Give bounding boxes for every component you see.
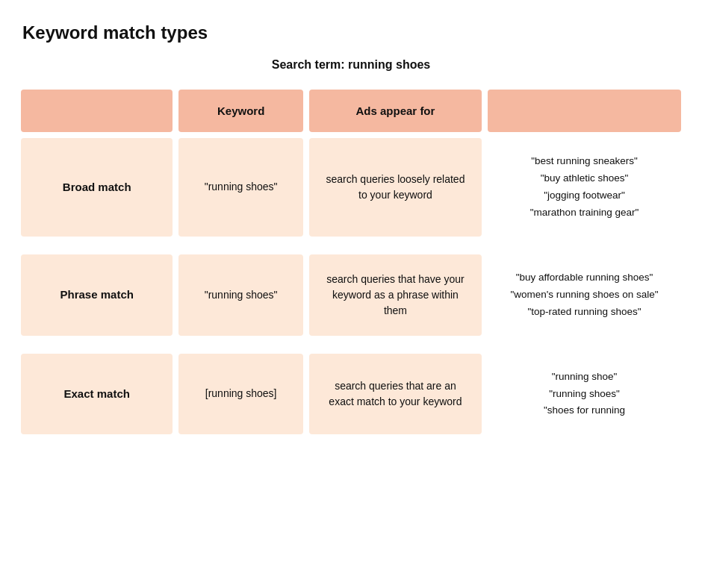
search-term-label: Search term: running shoes — [15, 58, 687, 72]
keyword-cell: "running shoes" — [178, 254, 302, 336]
header-ads-would-show-for — [488, 90, 681, 132]
match-type-cell: Exact match — [21, 354, 173, 435]
ads-appear-for-cell: search queries that have your keyword as… — [309, 254, 482, 336]
header-empty — [21, 90, 173, 132]
ads-would-show-for-cell: "best running sneakers""buy athletic sho… — [488, 138, 681, 237]
keyword-match-table: Keyword Ads appear for Broad match"runni… — [15, 84, 687, 440]
header-ads-appear-for: Ads appear for — [309, 90, 482, 132]
ads-would-show-for-cell: "running shoe""running shoes""shoes for … — [488, 354, 681, 435]
page-title: Keyword match types — [15, 22, 687, 43]
ads-appear-for-cell: search queries that are an exact match t… — [309, 354, 482, 435]
header-keyword: Keyword — [178, 90, 302, 132]
ads-would-show-for-cell: "buy affordable running shoes""women's r… — [488, 254, 681, 336]
keyword-cell: [running shoes] — [178, 354, 302, 435]
match-type-cell: Broad match — [21, 138, 173, 237]
ads-appear-for-cell: search queries loosely related to your k… — [309, 138, 482, 237]
keyword-cell: "running shoes" — [178, 138, 302, 237]
match-type-cell: Phrase match — [21, 254, 173, 336]
